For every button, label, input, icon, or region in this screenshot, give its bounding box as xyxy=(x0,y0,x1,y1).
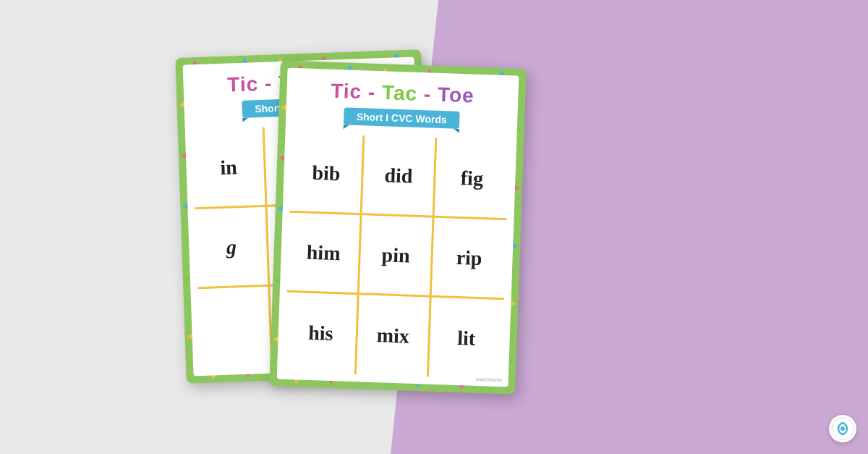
grid-cell: him xyxy=(287,212,362,294)
grid-cell: fig xyxy=(434,138,509,219)
grid-cell: rip xyxy=(432,217,507,299)
grid-cell: g xyxy=(195,206,271,288)
cards-container: Tic - Tac - Toe Short I CVC Words inriph… xyxy=(145,25,723,430)
title-tic: Tic xyxy=(331,79,362,102)
card-front-watermark: teachstarter xyxy=(476,376,503,382)
title-toe: Toe xyxy=(437,83,475,106)
title-tac: Tac xyxy=(381,81,417,105)
brand-logo xyxy=(829,415,856,442)
card-front-inner: Tic - Tac - Toe Short I CVC Words bibdid… xyxy=(277,67,519,387)
svg-point-1 xyxy=(841,426,845,431)
title-dash1: - xyxy=(362,80,383,104)
grid-cell: pin xyxy=(359,215,435,297)
title-tic: Tic xyxy=(227,72,259,96)
title-dash1: - xyxy=(258,72,279,95)
card-front-subtitle: Short I CVC Words xyxy=(343,107,460,129)
brand-logo-icon xyxy=(831,417,854,440)
grid-cell: bib xyxy=(290,133,365,214)
grid-cell: mix xyxy=(357,295,432,377)
grid-cell: his xyxy=(284,292,359,374)
card-front-grid: bibdidfighimpinriphismixlit xyxy=(284,133,509,379)
grid-cell: in xyxy=(192,127,268,209)
grid-cell xyxy=(197,286,273,368)
grid-cell: lit xyxy=(429,297,504,379)
grid-cell: did xyxy=(362,135,438,217)
card-front-title: Tic - Tac - Toe xyxy=(331,79,475,107)
title-dash2: - xyxy=(417,82,438,105)
card-front: Tic - Tac - Toe Short I CVC Words bibdid… xyxy=(269,60,526,395)
page-background: Tic - Tac - Toe Short I CVC Words inriph… xyxy=(0,0,868,454)
